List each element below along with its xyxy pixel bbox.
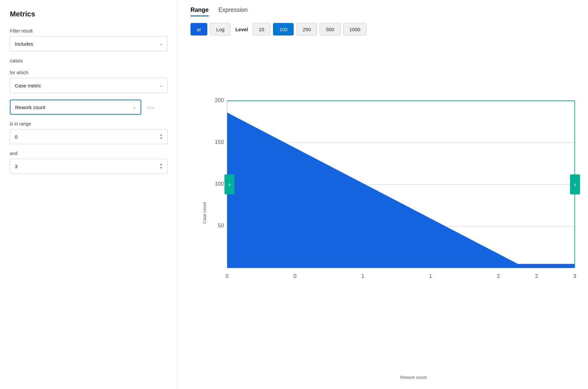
cases-text: cases bbox=[10, 58, 167, 63]
svg-text:‹: ‹ bbox=[574, 181, 576, 188]
range-max-value: 3 bbox=[15, 164, 17, 169]
and-label: and bbox=[10, 151, 167, 156]
scale-linear-button[interactable]: ar bbox=[191, 23, 207, 35]
svg-text:1: 1 bbox=[429, 273, 432, 279]
level-10-button[interactable]: 10 bbox=[253, 23, 271, 35]
left-panel: Metrics Filter result Includes ⌄ cases f… bbox=[0, 0, 177, 389]
range-min-down-icon[interactable]: ▼ bbox=[160, 137, 163, 140]
level-1000-button[interactable]: 1000 bbox=[343, 23, 367, 35]
level-100-button[interactable]: 100 bbox=[273, 23, 294, 35]
svg-text:2: 2 bbox=[535, 273, 538, 279]
tab-expression[interactable]: Expression bbox=[218, 7, 248, 16]
svg-text:100: 100 bbox=[215, 181, 224, 187]
metric-row: Rework count ⌄ ··· bbox=[10, 100, 167, 115]
range-max-spinners: ▲ ▼ bbox=[160, 163, 163, 170]
right-panel: Range Expression ar Log Level 10 100 250… bbox=[177, 0, 588, 389]
svg-text:2: 2 bbox=[497, 273, 500, 279]
for-which-chevron-icon: ⌄ bbox=[159, 83, 163, 88]
range-min-spinners: ▲ ▼ bbox=[160, 133, 163, 140]
for-which-dropdown[interactable]: Case metric ⌄ bbox=[10, 78, 168, 93]
panel-title: Metrics bbox=[10, 10, 167, 18]
controls-row: ar Log Level 10 100 250 500 1000 bbox=[191, 23, 575, 35]
level-250-button[interactable]: 250 bbox=[296, 23, 317, 35]
svg-text:200: 200 bbox=[215, 97, 224, 103]
range-max-down-icon[interactable]: ▼ bbox=[160, 167, 163, 170]
tab-range[interactable]: Range bbox=[191, 7, 209, 16]
svg-text:›: › bbox=[228, 181, 230, 188]
level-label: Level bbox=[235, 27, 248, 32]
range-max-input[interactable]: 3 ▲ ▼ bbox=[10, 159, 168, 174]
metric-dropdown[interactable]: Rework count ⌄ bbox=[10, 100, 141, 115]
range-max-up-icon[interactable]: ▲ bbox=[160, 163, 163, 166]
chart-area bbox=[227, 112, 575, 268]
filter-result-value: Includes bbox=[15, 41, 33, 47]
y-axis-label: Case count bbox=[202, 202, 207, 224]
metric-value: Rework count bbox=[15, 104, 45, 110]
for-which-label: for which bbox=[10, 70, 167, 75]
is-in-range-label: is in range bbox=[10, 121, 167, 126]
range-min-value: 0 bbox=[15, 134, 17, 140]
metric-chevron-icon: ⌄ bbox=[133, 105, 136, 109]
chart-svg: 200 150 100 50 0 0 1 1 2 2 3 › ‹ bbox=[200, 43, 585, 369]
chart-container: Case count 200 150 100 50 0 0 1 1 bbox=[191, 43, 575, 382]
svg-text:0: 0 bbox=[293, 273, 296, 279]
for-which-value: Case metric bbox=[15, 83, 41, 88]
filter-result-chevron-icon: ⌄ bbox=[159, 41, 163, 46]
range-min-input[interactable]: 0 ▲ ▼ bbox=[10, 129, 168, 144]
level-500-button[interactable]: 500 bbox=[320, 23, 340, 35]
svg-text:3: 3 bbox=[573, 273, 576, 279]
svg-text:150: 150 bbox=[215, 139, 224, 145]
scale-log-button[interactable]: Log bbox=[210, 23, 231, 35]
svg-text:1: 1 bbox=[361, 273, 364, 279]
range-min-up-icon[interactable]: ▲ bbox=[160, 133, 163, 136]
tab-bar: Range Expression bbox=[191, 7, 575, 16]
svg-text:0: 0 bbox=[226, 273, 229, 279]
svg-text:50: 50 bbox=[218, 222, 224, 228]
filter-result-label: Filter result bbox=[10, 28, 167, 34]
metric-ellipsis-button[interactable]: ··· bbox=[145, 102, 157, 112]
x-axis-label: Rework count bbox=[400, 375, 426, 380]
filter-result-dropdown[interactable]: Includes ⌄ bbox=[10, 36, 168, 51]
